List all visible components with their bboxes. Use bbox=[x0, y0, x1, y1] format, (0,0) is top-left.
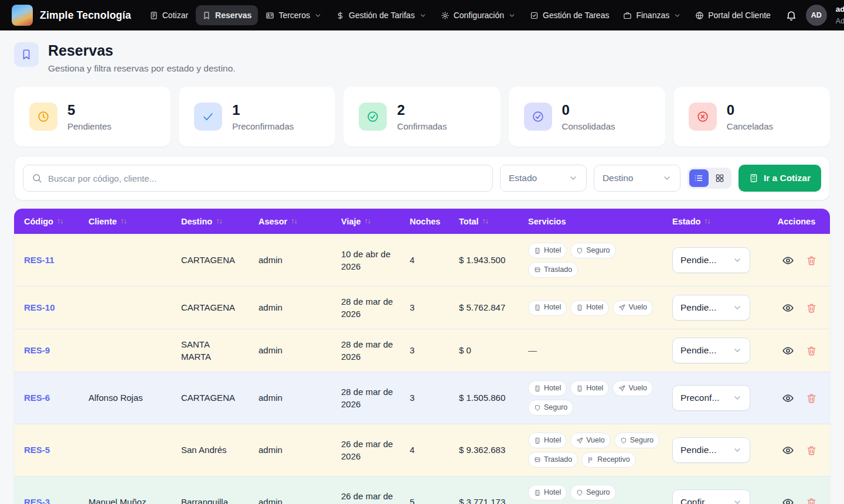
stat-label: Canceladas bbox=[727, 121, 773, 131]
destino-filter-select[interactable]: Destino bbox=[594, 165, 680, 192]
nav-item-label: Cotizar bbox=[162, 11, 188, 20]
bookmark-icon bbox=[202, 11, 211, 20]
nav-item-configuracion[interactable]: Configuración bbox=[434, 5, 522, 25]
eye-icon bbox=[782, 444, 794, 457]
nav-item-cotizar[interactable]: Cotizar bbox=[143, 5, 195, 25]
service-chip: Hotel bbox=[570, 380, 609, 396]
client-cell bbox=[79, 299, 171, 316]
advisor-cell: admin bbox=[249, 488, 331, 504]
client-cell bbox=[79, 252, 171, 268]
services-cell: Hotel Seguro Traslado Receptivo bbox=[518, 476, 662, 504]
chevron-down-icon bbox=[662, 173, 672, 183]
reservation-code-link[interactable]: RES-9 bbox=[24, 345, 50, 355]
nav-item-gestion-de-tarifas[interactable]: Gestión de Tarifas bbox=[329, 5, 433, 25]
status-select[interactable]: Pendie... bbox=[672, 247, 750, 273]
view-reservation-button[interactable] bbox=[782, 254, 794, 267]
building-icon bbox=[534, 385, 541, 392]
trip-date-cell: 26 de mar de 2026 bbox=[331, 430, 400, 471]
column-header-viaje[interactable]: Viaje↑↓ bbox=[331, 217, 400, 226]
delete-reservation-button[interactable] bbox=[806, 302, 817, 314]
brand[interactable]: Zimple Tecnología bbox=[12, 5, 131, 26]
stats-row: 5 Pendientes 1 Preconfirmadas 2 Confirma… bbox=[14, 87, 830, 147]
grid-view-button[interactable] bbox=[710, 169, 730, 187]
status-select[interactable]: Preconf... bbox=[672, 385, 750, 411]
empty-services: — bbox=[528, 345, 537, 355]
advisor-cell: admin bbox=[249, 246, 331, 274]
view-reservation-button[interactable] bbox=[782, 345, 794, 357]
delete-reservation-button[interactable] bbox=[806, 445, 817, 456]
services-cell: Hotel Vuelo Seguro Traslado Receptivo bbox=[518, 424, 662, 476]
services-cell: Hotel Seguro Traslado bbox=[518, 234, 662, 286]
building-icon bbox=[534, 247, 541, 254]
plane-icon bbox=[576, 437, 583, 444]
user-menu[interactable]: admin Admin bbox=[836, 5, 844, 25]
shield-icon bbox=[534, 404, 541, 411]
nav-item-gestion-de-tareas[interactable]: Gestión de Tareas bbox=[523, 5, 615, 25]
table-row-res-6: RES-6 Alfonso Rojas CARTAGENA admin 28 d… bbox=[14, 372, 830, 424]
view-reservation-button[interactable] bbox=[782, 392, 794, 404]
nav-item-portal-del-cliente[interactable]: Portal del Cliente bbox=[689, 5, 777, 25]
column-header-destino[interactable]: Destino↑↓ bbox=[171, 217, 249, 226]
stat-label: Pendientes bbox=[67, 121, 111, 131]
list-view-button[interactable] bbox=[689, 169, 709, 187]
nights-cell: 4 bbox=[400, 435, 449, 464]
table-row-res-9: RES-9 SANTA MARTA admin 28 de mar de 202… bbox=[14, 329, 830, 372]
view-reservation-button[interactable] bbox=[782, 444, 794, 457]
nav-right: AD admin Admin bbox=[785, 5, 844, 26]
column-header-estado[interactable]: Estado↑↓ bbox=[662, 217, 763, 226]
chevron-down-icon bbox=[733, 346, 742, 355]
column-header-asesor[interactable]: Asesor↑↓ bbox=[249, 217, 331, 226]
delete-reservation-button[interactable] bbox=[806, 393, 817, 404]
service-chip: Vuelo bbox=[570, 433, 611, 448]
table-row-res-5: RES-5 San Andrés admin 26 de mar de 2026… bbox=[14, 424, 830, 476]
column-header-codigo[interactable]: Código↑↓ bbox=[14, 217, 79, 226]
trip-date-cell: 28 de mar de 2026 bbox=[331, 377, 400, 419]
stat-card-preconfirmadas: 1 Preconfirmadas bbox=[179, 87, 335, 147]
reservation-code-link[interactable]: RES-5 bbox=[24, 445, 50, 455]
column-header-cliente[interactable]: Cliente↑↓ bbox=[79, 217, 171, 226]
reservation-code-link[interactable]: RES-11 bbox=[24, 255, 55, 265]
check-circle-icon bbox=[359, 103, 387, 131]
nav-item-reservas[interactable]: Reservas bbox=[196, 5, 258, 25]
search-input[interactable] bbox=[48, 173, 484, 183]
advisor-cell: admin bbox=[249, 383, 331, 412]
view-reservation-button[interactable] bbox=[782, 302, 794, 314]
total-cell: $ 0 bbox=[449, 336, 518, 365]
advisor-cell: admin bbox=[249, 293, 331, 322]
status-select[interactable]: Pendie... bbox=[672, 437, 750, 463]
bus-icon bbox=[534, 457, 541, 464]
brand-title: Zimple Tecnología bbox=[40, 9, 131, 22]
top-nav: Zimple Tecnología Cotizar Reservas Terce… bbox=[0, 0, 844, 30]
reservation-code-link[interactable]: RES-10 bbox=[24, 302, 55, 312]
globe-icon bbox=[695, 11, 704, 20]
service-chip: Seguro bbox=[614, 433, 659, 448]
building-icon bbox=[576, 385, 583, 392]
delete-reservation-button[interactable] bbox=[806, 255, 817, 266]
status-select[interactable]: Confir... bbox=[672, 489, 750, 504]
trip-date-cell: 10 de abr de 2026 bbox=[331, 240, 400, 281]
delete-reservation-button[interactable] bbox=[806, 345, 817, 356]
estado-filter-select[interactable]: Estado bbox=[500, 165, 587, 192]
nav-item-label: Portal del Cliente bbox=[708, 11, 771, 20]
trash-icon bbox=[806, 445, 817, 456]
estado-filter-label: Estado bbox=[509, 173, 537, 183]
eye-icon bbox=[782, 496, 794, 504]
reservation-code-link[interactable]: RES-6 bbox=[24, 393, 50, 403]
ir-a-cotizar-button[interactable]: Ir a Cotizar bbox=[738, 165, 821, 192]
column-header-total[interactable]: Total↑↓ bbox=[449, 217, 518, 226]
avatar[interactable]: AD bbox=[806, 5, 827, 26]
chevron-down-icon bbox=[569, 173, 578, 183]
bell-icon[interactable] bbox=[785, 9, 797, 21]
view-reservation-button[interactable] bbox=[782, 496, 794, 504]
nights-cell: 3 bbox=[400, 383, 449, 412]
status-select[interactable]: Pendie... bbox=[672, 338, 750, 363]
reservation-code-link[interactable]: RES-3 bbox=[24, 497, 50, 504]
chevron-down-icon bbox=[733, 445, 742, 455]
delete-reservation-button[interactable] bbox=[806, 497, 817, 504]
stat-value: 2 bbox=[397, 102, 447, 118]
services-cell: Hotel Hotel Vuelo Seguro bbox=[518, 372, 662, 424]
nav-item-terceros[interactable]: Terceros bbox=[259, 5, 328, 25]
status-select[interactable]: Pendie... bbox=[672, 295, 750, 321]
plane-icon bbox=[618, 304, 625, 311]
nav-item-finanzas[interactable]: Finanzas bbox=[617, 5, 688, 25]
